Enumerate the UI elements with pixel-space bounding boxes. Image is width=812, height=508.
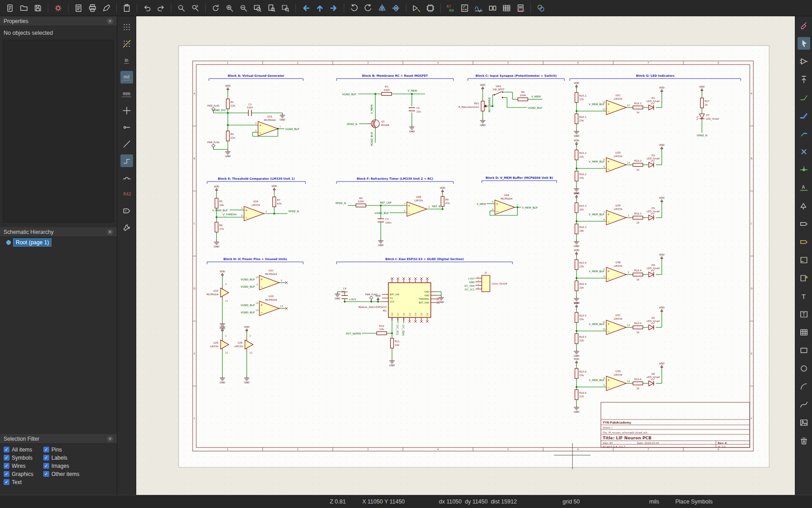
page-settings-button[interactable] xyxy=(72,2,85,14)
hierarchy-back-button[interactable] xyxy=(300,2,312,14)
hierarchy-up-button[interactable] xyxy=(314,2,326,14)
filter-item-graphics[interactable]: Graphics xyxy=(4,471,43,477)
delete-tool[interactable] xyxy=(798,434,810,447)
bezier-tool[interactable] xyxy=(798,398,810,411)
find-button[interactable] xyxy=(175,2,188,14)
undo-button[interactable] xyxy=(141,2,153,14)
schematic-sheet[interactable]: 1122334455667788AABBCCDDEEFFYYK-FabAcade… xyxy=(136,16,795,495)
filter-item-images[interactable]: Images xyxy=(43,462,113,469)
bom-button[interactable]: bom xyxy=(514,2,527,14)
filter-checkbox-pins[interactable] xyxy=(43,447,49,452)
zoom-objects-button[interactable] xyxy=(265,2,278,14)
canvas-area[interactable]: 1122334455667788AABBCCDDEEFFYYK-FabAcade… xyxy=(136,16,795,495)
annotate-button[interactable]: R?R4 xyxy=(444,2,457,14)
filter-checkbox-images[interactable] xyxy=(43,463,49,469)
filter-item-pins[interactable]: Pins xyxy=(43,446,113,453)
units-inches-button[interactable]: in xyxy=(120,54,133,67)
schematic-setup-button[interactable] xyxy=(52,2,65,14)
save-button[interactable] xyxy=(32,2,44,14)
hv-wires-button[interactable] xyxy=(120,154,133,167)
mirror-horizontal-button[interactable] xyxy=(390,2,402,14)
filter-item-all-items[interactable]: All items xyxy=(4,446,43,453)
refresh-view-button[interactable] xyxy=(209,2,222,14)
filter-item-wires[interactable]: Wires xyxy=(4,462,43,469)
hidden-pins-button[interactable] xyxy=(120,121,133,134)
filter-item-text[interactable]: Text xyxy=(4,479,43,485)
no-connect-tool[interactable] xyxy=(798,145,810,158)
simulator-button[interactable] xyxy=(472,2,485,14)
hierarchy-root-item[interactable]: Root (page 1) xyxy=(0,237,117,248)
hidden-fields-button[interactable]: R42 xyxy=(120,188,133,200)
svg-text:D2: D2 xyxy=(403,313,405,316)
filter-checkbox-symbols[interactable] xyxy=(4,455,9,461)
filter-checkbox-wires[interactable] xyxy=(4,463,9,469)
zoom-selection-button[interactable] xyxy=(279,2,292,14)
wire-to-bus-entry-tool[interactable] xyxy=(798,127,810,140)
hierarchical-label-tool[interactable] xyxy=(798,236,810,248)
select-tool[interactable] xyxy=(798,37,810,50)
draw-bus-tool[interactable] xyxy=(798,109,810,122)
units-mils-button[interactable]: mil xyxy=(120,71,133,84)
filter-item-labels[interactable]: Labels xyxy=(43,454,113,461)
close-filter-icon[interactable] xyxy=(107,436,113,442)
zoom-fit-button[interactable] xyxy=(251,2,264,14)
filter-checkbox-labels[interactable] xyxy=(43,455,49,461)
zoom-out-button[interactable] xyxy=(237,2,250,14)
rotate-cw-button[interactable] xyxy=(362,2,374,14)
filter-label-other-items: Other items xyxy=(51,471,79,477)
hierarchy-panel: Schematic Hierarchy Root (page 1) xyxy=(0,227,117,434)
text-tool[interactable]: T xyxy=(798,290,810,303)
rectangle-tool[interactable] xyxy=(798,344,810,357)
free-angle-wires-button[interactable] xyxy=(120,138,133,150)
hierarchy-forward-button[interactable] xyxy=(328,2,340,14)
table-tool[interactable] xyxy=(798,326,810,339)
hierarchical-sheet-tool[interactable] xyxy=(798,254,810,266)
arc-tool[interactable] xyxy=(798,380,810,393)
filter-checkbox-graphics[interactable] xyxy=(4,471,9,477)
crosshair-shape-button[interactable] xyxy=(120,104,133,117)
erc-button[interactable] xyxy=(458,2,471,14)
place-power-tool[interactable] xyxy=(798,73,810,86)
symbol-editor-button[interactable] xyxy=(410,2,423,14)
units-mm-button[interactable]: mm xyxy=(120,88,133,100)
wire-hop-over-button[interactable] xyxy=(120,171,133,184)
filter-checkbox-other-items[interactable] xyxy=(43,471,49,477)
close-properties-icon[interactable] xyxy=(107,18,113,24)
directive-labels-button[interactable] xyxy=(120,205,133,217)
close-hierarchy-icon[interactable] xyxy=(107,229,113,235)
paste-button[interactable] xyxy=(120,2,133,14)
net-class-directive-tool[interactable] xyxy=(798,200,810,212)
filter-checkbox-all-items[interactable] xyxy=(4,447,9,452)
draw-wire-tool[interactable] xyxy=(798,91,810,104)
erc-exclusions-button[interactable] xyxy=(120,221,133,234)
global-label-tool[interactable] xyxy=(798,218,810,230)
place-symbol-tool[interactable] xyxy=(798,55,810,68)
edit-symbol-fields-button[interactable] xyxy=(500,2,513,14)
footprint-editor-button[interactable] xyxy=(424,2,437,14)
grid-visibility-button[interactable] xyxy=(120,21,133,33)
filter-item-other-items[interactable]: Other items xyxy=(43,471,113,477)
circle-tool[interactable] xyxy=(798,362,810,375)
find-replace-button[interactable] xyxy=(189,2,202,14)
svg-text:U1B: U1B xyxy=(504,194,509,196)
new-schematic-button[interactable] xyxy=(4,2,16,14)
sheet-pin-tool[interactable] xyxy=(798,272,810,284)
grid-overrides-button[interactable] xyxy=(120,37,133,50)
zoom-in-button[interactable] xyxy=(223,2,236,14)
junction-tool[interactable] xyxy=(798,163,810,176)
assign-footprints-button[interactable] xyxy=(486,2,499,14)
plot-button[interactable] xyxy=(100,2,113,14)
net-label-tool[interactable]: A xyxy=(798,182,810,194)
image-tool[interactable] xyxy=(798,416,810,429)
highlight-net-tool[interactable] xyxy=(798,19,810,32)
text-box-tool[interactable]: T xyxy=(798,308,810,321)
open-schematic-button[interactable] xyxy=(18,2,30,14)
svg-text:R15.1: R15.1 xyxy=(579,94,586,97)
filter-item-symbols[interactable]: Symbols xyxy=(4,454,43,461)
filter-checkbox-text[interactable] xyxy=(4,479,9,485)
rotate-ccw-button[interactable] xyxy=(348,2,360,14)
print-button[interactable] xyxy=(86,2,99,14)
plugins-button[interactable] xyxy=(535,2,547,14)
mirror-vertical-button[interactable] xyxy=(376,2,388,14)
redo-button[interactable] xyxy=(155,2,167,14)
